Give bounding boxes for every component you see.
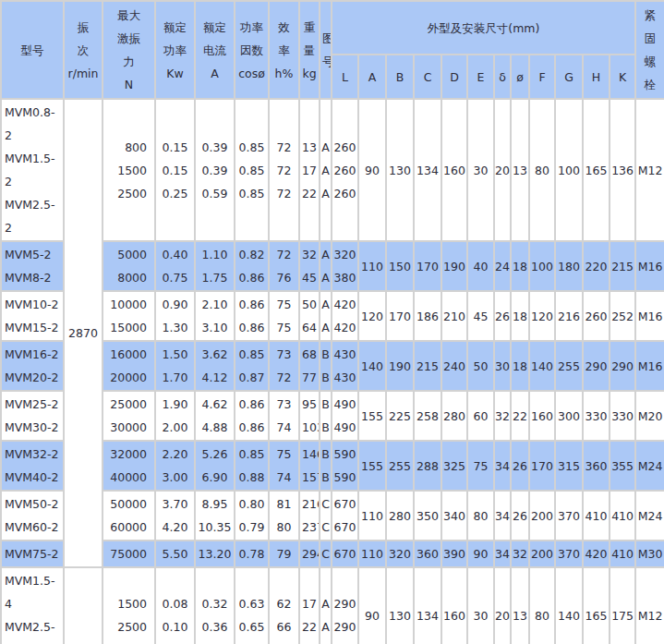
rated-power-cell: 1.50 1.70 — [155, 341, 195, 391]
figure-no-cell: B B — [320, 391, 332, 441]
header-dim-B: B — [386, 55, 414, 99]
dim-K-cell: 136 — [610, 99, 635, 241]
dim-A-cell: 110 — [358, 241, 386, 291]
dim-K-cell: 175 — [610, 567, 635, 644]
model-cell: MVM25-2 MVM30-2 — [1, 391, 64, 441]
rated-power-cell: 0.15 0.15 0.25 — [155, 99, 195, 241]
power-factor-cell: 0.86 0.86 — [235, 291, 269, 341]
dim-D-cell: 160 — [441, 99, 467, 241]
dim-δ-cell: 34 — [494, 491, 511, 541]
dim-δ-cell: 34 — [494, 441, 511, 491]
dim-L-cell: 290 290 — [332, 567, 358, 644]
header-dim-δ: δ — [494, 55, 511, 99]
header-dim-F: F — [529, 55, 555, 99]
dim-A-cell: 155 — [358, 391, 386, 441]
dim-B-cell: 190 — [386, 341, 414, 391]
header-power-factor: 功率 因数 cosø — [235, 1, 269, 99]
dim-L-cell: 420 420 — [332, 291, 358, 341]
dim-D-cell: 280 — [441, 391, 467, 441]
dim-K-cell: 330 — [610, 391, 635, 441]
speed-cell: 2870 — [64, 99, 103, 567]
dim-C-cell: 350 — [414, 491, 441, 541]
fastening-bolt-cell: M24 — [635, 441, 664, 491]
rated-current-cell: 0.32 0.36 — [195, 567, 235, 644]
rated-current-cell: 13.20 — [195, 541, 235, 567]
dim-D-cell: 325 — [441, 441, 467, 491]
fastening-bolt-cell: M20 — [635, 391, 664, 441]
efficiency-cell: 75 75 — [269, 291, 299, 341]
header-model: 型号 — [1, 1, 64, 99]
dim-B-cell: 130 — [386, 99, 414, 241]
max-force-cell: 75000 — [103, 541, 155, 567]
dim-ø-cell: 22 — [511, 391, 529, 441]
model-cell: MVM75-2 — [1, 541, 64, 567]
rated-current-cell: 2.10 3.10 — [195, 291, 235, 341]
fastening-bolt-cell: M16 — [635, 241, 664, 291]
dim-H-cell: 165 — [583, 567, 610, 644]
dim-ø-cell: 18 — [511, 241, 529, 291]
fastening-bolt-cell: M24 — [635, 491, 664, 541]
dim-L-cell: 430 430 — [332, 341, 358, 391]
header-dim-G: G — [555, 55, 583, 99]
dim-C-cell: 288 — [414, 441, 441, 491]
figure-no-cell: A A — [320, 241, 332, 291]
rated-current-cell: 0.39 0.39 0.59 — [195, 99, 235, 241]
dim-B-cell: 150 — [386, 241, 414, 291]
dim-A-cell: 90 — [358, 99, 386, 241]
dim-L-cell: 260 260 260 — [332, 99, 358, 241]
rated-current-cell: 3.62 4.12 — [195, 341, 235, 391]
dim-K-cell: 410 — [610, 491, 635, 541]
rated-current-cell: 5.26 6.90 — [195, 441, 235, 491]
dim-G-cell: 370 — [555, 491, 583, 541]
dim-ø-cell: 32 — [511, 541, 529, 567]
dim-δ-cell: 30 — [494, 341, 511, 391]
dim-H-cell: 220 — [583, 241, 610, 291]
header-dim-D: D — [441, 55, 467, 99]
table-body: MVM0.8- 2 MVM1.5- 2 MVM2.5- 22870800 150… — [1, 99, 664, 644]
fastening-bolt-cell: M16 — [635, 341, 664, 391]
dim-G-cell: 100 — [555, 99, 583, 241]
rated-power-cell: 2.20 3.00 — [155, 441, 195, 491]
weight-cell: 68 77 — [299, 341, 320, 391]
rated-current-cell: 8.95 10.35 — [195, 491, 235, 541]
dim-E-cell: 45 — [467, 291, 494, 341]
dim-A-cell: 120 — [358, 291, 386, 341]
header-dim-A: A — [358, 55, 386, 99]
dim-D-cell: 240 — [441, 341, 467, 391]
max-force-cell: 800 1500 2500 — [103, 99, 155, 241]
rated-power-cell: 0.40 0.75 — [155, 241, 195, 291]
dim-H-cell: 290 — [583, 341, 610, 391]
model-cell: MVM5-2 MVM8-2 — [1, 241, 64, 291]
rated-power-cell: 3.70 4.20 — [155, 491, 195, 541]
header-dim-K: K — [610, 55, 635, 99]
weight-cell: 294 — [299, 541, 320, 567]
model-cell: MVM50-2 MVM60-2 — [1, 491, 64, 541]
power-factor-cell: 0.78 — [235, 541, 269, 567]
dim-D-cell: 190 — [441, 241, 467, 291]
dim-G-cell: 370 — [555, 541, 583, 567]
dim-A-cell: 90 — [358, 567, 386, 644]
dim-H-cell: 330 — [583, 391, 610, 441]
dim-E-cell: 50 — [467, 341, 494, 391]
header-rated-current: 额定 电流 A — [195, 1, 235, 99]
rated-power-cell: 0.90 1.30 — [155, 291, 195, 341]
rated-power-cell: 5.50 — [155, 541, 195, 567]
power-factor-cell: 0.85 0.88 — [235, 441, 269, 491]
dim-F-cell: 80 — [529, 99, 555, 241]
dim-G-cell: 140 — [555, 567, 583, 644]
dim-C-cell: 134 — [414, 99, 441, 241]
dim-H-cell: 420 — [583, 541, 610, 567]
header-dimensions-title: 外型及安装尺寸(mm) — [332, 1, 635, 55]
header-efficiency: 效 率 h% — [269, 1, 299, 99]
dim-E-cell: 30 — [467, 99, 494, 241]
dim-H-cell: 410 — [583, 491, 610, 541]
header-speed: 振 次 r/min — [64, 1, 103, 99]
dim-G-cell: 180 — [555, 241, 583, 291]
dim-A-cell: 110 — [358, 541, 386, 567]
dim-ø-cell: 13 — [511, 567, 529, 644]
dim-D-cell: 390 — [441, 541, 467, 567]
dim-F-cell: 120 — [529, 291, 555, 341]
rated-power-cell: 1.90 2.00 — [155, 391, 195, 441]
dim-B-cell: 170 — [386, 291, 414, 341]
dim-E-cell: 80 — [467, 491, 494, 541]
